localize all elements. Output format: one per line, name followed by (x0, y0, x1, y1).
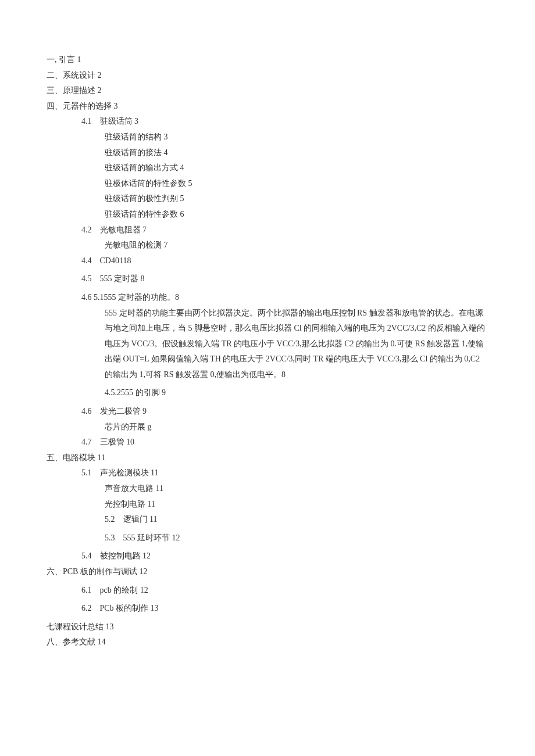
toc-line: 六、PCB 板的制作与调试 12 (47, 564, 488, 580)
toc-line: 驻级话筒的特性参数 6 (47, 207, 488, 223)
toc-line: 驻级话筒的极性判别 5 (47, 191, 488, 207)
toc-line: 4.5 555 定时器 8 (47, 271, 488, 287)
toc-line: 一, 引言 1 (47, 52, 488, 68)
toc-line: 驻级话筒的结构 3 (47, 130, 488, 145)
toc-line: 七课程设计总结 13 (47, 619, 488, 635)
toc-line: 八、参考文献 14 (47, 635, 488, 650)
toc-line: 声音放大电路 11 (47, 481, 488, 497)
toc-line: 4.1 驻级话筒 3 (47, 114, 488, 130)
toc-line: 光控制电路 11 (47, 497, 488, 513)
toc-line: 4.4 CD40118 (47, 253, 488, 269)
toc-line: 4.7 三极管 10 (47, 435, 488, 450)
toc-line: 5.4 被控制电路 12 (47, 549, 488, 564)
toc-line: 光敏电阻的检测 7 (47, 238, 488, 253)
toc-line: 6.1 pcb 的绘制 12 (47, 583, 488, 599)
toc-line: 5.2 逻辑门 11 (47, 512, 488, 528)
toc-line: 5.3 555 延时环节 12 (47, 531, 488, 546)
toc-line: 4.6 发光二极管 9 (47, 404, 488, 420)
toc-line: 4.6 5.1555 定时器的功能。8 (47, 290, 488, 306)
toc-line: 三、原理描述 2 (47, 83, 488, 99)
toc-line: 驻级话筒的接法 4 (47, 145, 488, 161)
toc-line: 5.1 声光检测模块 11 (47, 465, 488, 481)
toc-line: 芯片的开展 g (47, 420, 488, 435)
toc-line: 555 定时器的功能主要由两个比拟器决定。两个比拟器的输出电压控制 RS 触发器… (47, 306, 488, 383)
toc-line: 五、电路模块 11 (47, 450, 488, 466)
toc-line: 四、元器件的选择 3 (47, 99, 488, 114)
toc-line: 驻极体话筒的特性参数 5 (47, 176, 488, 192)
table-of-contents: 一, 引言 1二、系统设计 2三、原理描述 2四、元器件的选择 34.1 驻级话… (47, 52, 488, 650)
toc-line: 二、系统设计 2 (47, 68, 488, 84)
toc-line: 4.5.2555 的引脚 9 (47, 385, 488, 401)
toc-line: 驻级话筒的输出方式 4 (47, 160, 488, 176)
toc-line: 6.2 PCb 板的制作 13 (47, 601, 488, 617)
toc-line: 4.2 光敏电阻器 7 (47, 223, 488, 238)
